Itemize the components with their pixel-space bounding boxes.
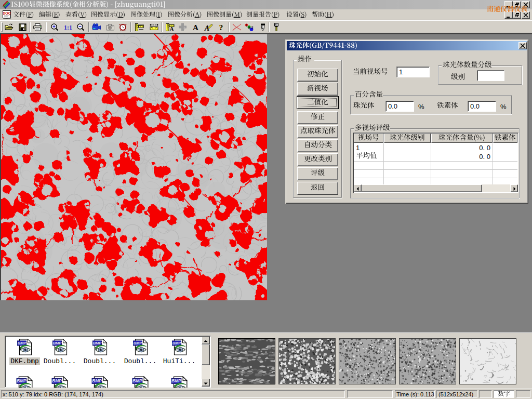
svg-text:a: a (248, 25, 250, 29)
svg-text:1: 1 (246, 23, 248, 27)
svg-text:?: ? (219, 23, 223, 32)
svg-text:A: A (193, 23, 198, 32)
svg-text:3: 3 (251, 25, 254, 29)
svg-text:DOC: DOC (3, 11, 11, 15)
svg-text:A: A (170, 26, 174, 32)
svg-text:1:1: 1:1 (64, 24, 72, 31)
